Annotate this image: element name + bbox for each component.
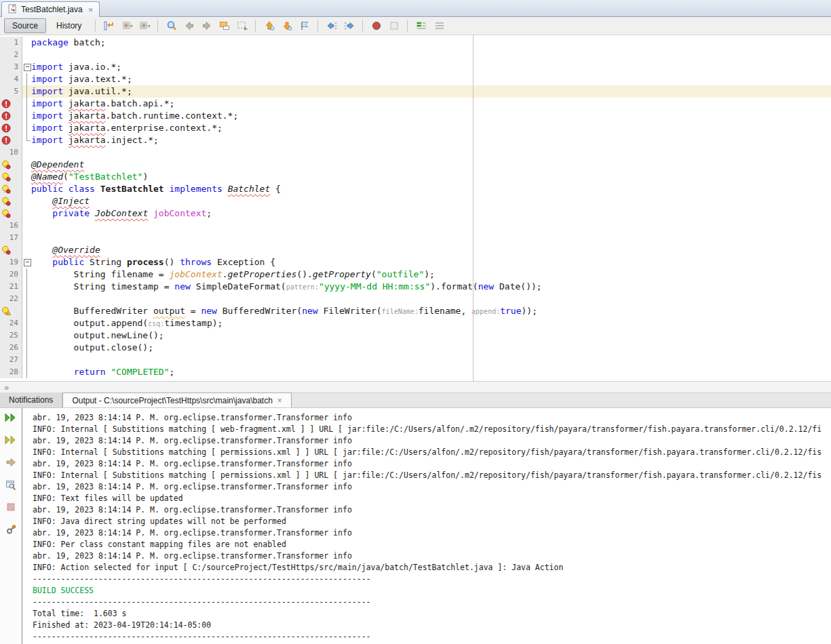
toggle-bookmark-icon[interactable] xyxy=(296,18,312,34)
back-icon[interactable]: ▾ xyxy=(119,18,134,34)
code-line[interactable]: 27 xyxy=(0,354,831,366)
gutter-cell[interactable]: 3 xyxy=(0,61,22,73)
gutter-cell[interactable]: 5 xyxy=(0,85,22,98)
code-line[interactable]: 4import java.text.*; xyxy=(0,73,831,85)
code-line[interactable]: BufferedWriter output = new BufferedWrit… xyxy=(0,305,831,317)
gutter-cell[interactable]: 22 xyxy=(0,293,22,305)
gutter-cell[interactable]: 17 xyxy=(0,232,22,244)
output-line: abr. 19, 2023 8:14:14 P. M. org.eclipse.… xyxy=(33,504,831,516)
gutter-cell[interactable] xyxy=(0,183,22,195)
gutter-cell[interactable] xyxy=(0,244,22,256)
code-line[interactable]: 16 xyxy=(0,220,831,232)
gutter-cell[interactable] xyxy=(0,195,22,207)
gutter-cell[interactable] xyxy=(0,110,22,122)
code-line[interactable]: 10 xyxy=(0,146,831,159)
code-line[interactable]: 21 String timestamp = new SimpleDateForm… xyxy=(0,281,831,293)
code-line[interactable]: 5import java.util.*; xyxy=(0,85,831,98)
code-line[interactable]: @Dependent xyxy=(0,159,831,171)
history-view-button[interactable]: History xyxy=(48,18,90,33)
tab-close-icon[interactable]: × xyxy=(87,5,94,14)
code-line[interactable]: 3import java.io.*; xyxy=(0,61,831,73)
code-line[interactable]: 25 output.newLine(); xyxy=(0,329,831,342)
output-line: INFO: Internal [ Substitions matching [ … xyxy=(33,447,831,458)
gutter-cell[interactable]: 27 xyxy=(0,354,22,366)
code-line[interactable]: public class TestBatchlet implements Bat… xyxy=(0,183,831,195)
forward-icon[interactable]: ▾ xyxy=(136,18,152,34)
search-output-icon[interactable] xyxy=(3,479,18,492)
toggle-rectangular-selection-icon[interactable] xyxy=(234,18,250,34)
breadcrumb-expand-icon[interactable]: » xyxy=(4,382,9,393)
warning-hint-bulb-icon xyxy=(1,306,11,316)
comment-icon[interactable] xyxy=(413,18,429,34)
rerun-build-icon[interactable] xyxy=(3,411,18,425)
fold-column xyxy=(22,317,31,329)
code-line[interactable]: 26 output.close(); xyxy=(0,342,831,354)
code-line-body: import java.text.*; xyxy=(22,73,831,85)
code-line[interactable]: 28 return "COMPLETED"; xyxy=(0,366,831,378)
output-tab-close-icon[interactable]: × xyxy=(277,396,282,405)
code-text: public String process() throws Exception… xyxy=(31,256,275,268)
gutter-cell[interactable]: 19 xyxy=(0,256,22,268)
code-line[interactable]: @Named("TestBatchlet") xyxy=(0,171,831,183)
output-options-icon[interactable] xyxy=(3,523,18,537)
last-edit-location-icon[interactable] xyxy=(101,18,117,34)
resume-icon[interactable] xyxy=(3,456,18,470)
gutter-cell[interactable] xyxy=(0,159,22,171)
gutter-cell[interactable] xyxy=(0,122,22,134)
code-line-body: import java.io.*; xyxy=(22,61,831,73)
shift-line-right-icon[interactable] xyxy=(341,18,357,34)
rerun-with-goals-icon[interactable] xyxy=(3,434,18,447)
gutter-cell[interactable] xyxy=(0,207,22,220)
gutter-cell[interactable]: 28 xyxy=(0,366,22,378)
gutter-cell[interactable]: 4 xyxy=(0,73,22,85)
gutter-cell[interactable]: 20 xyxy=(0,268,22,281)
uncomment-icon[interactable] xyxy=(431,18,446,34)
gutter-cell[interactable]: 10 xyxy=(0,146,22,159)
code-line[interactable]: import jakarta.batch.runtime.context.*; xyxy=(0,110,831,122)
code-line[interactable]: 1package batch; xyxy=(0,37,831,49)
code-line[interactable]: 2 xyxy=(0,49,831,61)
start-macro-recording-icon[interactable] xyxy=(368,18,384,34)
gutter-cell[interactable]: 21 xyxy=(0,281,22,293)
source-view-button[interactable]: Source xyxy=(4,18,46,33)
gutter-cell[interactable]: 2 xyxy=(0,49,22,61)
gutter-cell[interactable]: 25 xyxy=(0,329,22,342)
gutter-cell[interactable]: 24 xyxy=(0,317,22,329)
gutter-cell[interactable]: 16 xyxy=(0,220,22,232)
previous-bookmark-icon[interactable] xyxy=(261,18,277,34)
code-line[interactable]: @Inject xyxy=(0,195,831,207)
code-line[interactable]: import jakarta.batch.api.*; xyxy=(0,98,831,110)
fold-column[interactable] xyxy=(22,61,31,73)
gutter-cell[interactable] xyxy=(0,134,22,146)
tab-output[interactable]: Output - C:\sourceProject\TestHttps\src\… xyxy=(62,393,291,407)
gutter-cell[interactable]: 26 xyxy=(0,342,22,354)
code-line[interactable]: 19 public String process() throws Except… xyxy=(0,256,831,268)
output-console[interactable]: abr. 19, 2023 8:14:14 P. M. org.eclipse.… xyxy=(22,408,831,644)
next-bookmark-icon[interactable] xyxy=(279,18,294,34)
fold-column xyxy=(22,342,31,354)
code-line[interactable]: 24 output.append(csq:timestamp); xyxy=(0,317,831,329)
stop-macro-recording-icon[interactable] xyxy=(386,18,402,34)
gutter-cell[interactable] xyxy=(0,305,22,317)
find-next-occurrence-icon[interactable] xyxy=(199,18,214,34)
stop-build-icon[interactable] xyxy=(3,501,18,515)
gutter-cell[interactable] xyxy=(0,171,22,183)
error-hint-bulb-icon xyxy=(1,172,11,182)
code-editor[interactable]: 1package batch;23import java.io.*;4impor… xyxy=(0,35,831,381)
fold-column[interactable] xyxy=(22,256,31,268)
find-selection-icon[interactable] xyxy=(163,18,179,34)
code-line[interactable]: private JobContext jobContext; xyxy=(0,207,831,220)
code-line[interactable]: import jakarta.inject.*; xyxy=(0,134,831,146)
shift-line-left-icon[interactable] xyxy=(324,18,339,34)
gutter-cell[interactable]: 1 xyxy=(0,37,22,49)
code-line[interactable]: 22 xyxy=(0,293,831,305)
editor-tab[interactable]: TestBatchlet.java × xyxy=(1,1,100,17)
find-previous-occurrence-icon[interactable] xyxy=(181,18,197,34)
code-line[interactable]: import jakarta.enterprise.context.*; xyxy=(0,122,831,134)
tab-notifications[interactable]: Notifications xyxy=(0,393,62,407)
code-line[interactable]: @Override xyxy=(0,244,831,256)
toggle-highlight-search-icon[interactable] xyxy=(216,18,232,34)
gutter-cell[interactable] xyxy=(0,98,22,110)
code-line[interactable]: 20 String filename = jobContext.getPrope… xyxy=(0,268,831,281)
code-line[interactable]: 17 xyxy=(0,232,831,244)
